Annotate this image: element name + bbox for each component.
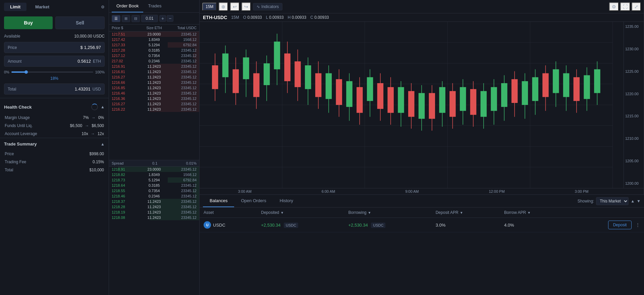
deposit-apr-value: 3.0% xyxy=(436,223,446,228)
trade-mode-row: Limit Market ⚙ xyxy=(0,0,109,14)
svg-rect-61 xyxy=(460,87,466,111)
trade-summary-total-row: Total $10,000 xyxy=(0,166,109,174)
price-label: Price xyxy=(8,45,17,50)
redo-icon[interactable]: ↪ xyxy=(241,2,251,11)
svg-rect-63 xyxy=(470,89,476,115)
amount-suffix: ETH xyxy=(93,59,101,64)
slider-fill xyxy=(11,71,26,73)
crosshair-icon[interactable]: ⊕ xyxy=(219,2,228,11)
svg-rect-29 xyxy=(294,61,301,87)
ob-bid-row[interactable]: 1218.73 5.1294 6792.84 xyxy=(109,177,199,183)
slider-track[interactable] xyxy=(11,71,93,73)
svg-rect-65 xyxy=(481,91,487,117)
bottom-tab-open-orders[interactable]: Open Orders xyxy=(234,195,273,207)
ob-header: Price $ Size ETH Total USDC xyxy=(109,24,199,32)
svg-rect-83 xyxy=(574,77,580,101)
ob-ask-row[interactable]: 1216.85 11.2423 23345.12 xyxy=(109,85,199,91)
ob-ask-row[interactable]: 1217.12 0.7354 23345.12 xyxy=(109,53,199,58)
ob-plus-btn[interactable]: + xyxy=(159,15,166,22)
deposit-button[interactable]: Deposit xyxy=(608,221,632,229)
indicators-button[interactable]: ∿ Indicators xyxy=(253,3,282,10)
ts-total-value: $10,000 xyxy=(90,168,104,172)
sell-button[interactable]: Sell xyxy=(55,16,105,29)
health-collapse-icon[interactable]: ▲ xyxy=(101,105,105,109)
ob-bid-row[interactable]: 1218.37 11.2423 23345.12 xyxy=(109,199,199,204)
col-header-borrow-apr[interactable]: Borrow APR▼ xyxy=(500,208,567,218)
undo-icon[interactable]: ↩ xyxy=(230,2,239,11)
deposited-value: +2,530.34 xyxy=(261,223,280,228)
ob-ask-row[interactable]: 1217.51 23.0000 23345.12 xyxy=(109,32,199,37)
ob-layout-btn-3[interactable]: ⊟ xyxy=(131,15,140,22)
ob-bid-row[interactable]: 1218.28 11.2423 23345.12 xyxy=(109,204,199,210)
ob-bid-row[interactable]: 1218.19 11.2423 23345.12 xyxy=(109,210,199,215)
chart-panel: 15M ⊕ ↩ ↪ ∿ Indicators ⚙ ⛶ ⤢ ETH-USDC 15… xyxy=(200,0,644,194)
showing-select[interactable]: This Market xyxy=(596,197,629,205)
bottom-tab-balances[interactable]: Balances xyxy=(203,195,234,207)
more-options-icon[interactable]: ⋮ xyxy=(636,222,640,227)
svg-rect-57 xyxy=(439,87,445,113)
svg-rect-67 xyxy=(491,87,497,111)
svg-rect-41 xyxy=(357,87,363,113)
ob-bid-row[interactable]: 1218.64 0.3185 23345.12 xyxy=(109,183,199,188)
ob-ask-row[interactable]: 1216.27 11.2423 23345.12 xyxy=(109,74,199,80)
ob-bid-row[interactable]: 1218.08 11.2423 23345.12 xyxy=(109,215,199,220)
svg-rect-75 xyxy=(532,77,538,101)
ob-ask-row[interactable]: 217.02 0.2346 23345.12 xyxy=(109,58,199,64)
slider-thumb[interactable] xyxy=(24,70,28,74)
ob-bid-row[interactable]: 1218.82 1.8349 1568.12 xyxy=(109,172,199,177)
sort-icon: ▼ xyxy=(280,211,284,215)
total-suffix: USD xyxy=(93,87,101,92)
margin-usage-value: 7% → 0% xyxy=(83,115,104,120)
limit-tab[interactable]: Limit xyxy=(4,3,26,11)
trade-summary-header[interactable]: Trade Summary ▲ xyxy=(0,138,109,150)
settings-chart-icon[interactable]: ⚙ xyxy=(609,2,619,11)
showing-chevron-down[interactable]: ▼ xyxy=(637,199,641,203)
ob-size-input[interactable] xyxy=(141,15,158,22)
ob-bid-row[interactable]: 1218.46 0.2346 23345.12 xyxy=(109,193,199,199)
ob-tab-orderbook[interactable]: Order Book xyxy=(112,0,143,12)
market-tab[interactable]: Market xyxy=(29,3,55,11)
ts-price-label: Price xyxy=(5,152,14,156)
ob-ask-row[interactable]: 1216.91 11.2423 23345.12 xyxy=(109,64,199,69)
ob-minus-btn[interactable]: − xyxy=(167,15,173,22)
ob-ask-row[interactable]: 1216.66 11.2423 23345.12 xyxy=(109,80,199,85)
ob-ask-row[interactable]: 1217.28 0.3185 23345.12 xyxy=(109,48,199,53)
chart-toolbar: 15M ⊕ ↩ ↪ ∿ Indicators ⚙ ⛶ ⤢ xyxy=(200,0,644,13)
ob-tab-trades[interactable]: Trades xyxy=(143,0,166,12)
col-header-deposit-apr[interactable]: Deposit APR▼ xyxy=(432,208,500,218)
margin-usage-label: Margin Usage xyxy=(5,115,30,120)
borrow-apr-cell: 4.0% xyxy=(500,218,567,232)
ob-spread: Spread 0.1 0.01% xyxy=(109,160,199,167)
fullscreen-icon[interactable]: ⛶ xyxy=(620,2,630,11)
ob-ask-row[interactable]: 1217.33 5.1294 6792.84 xyxy=(109,42,199,48)
price-input-box[interactable]: Price $ 1,256.97 xyxy=(4,42,105,53)
ts-fee-label: Trading Fee xyxy=(5,160,26,164)
showing-chevron-up[interactable]: ▲ xyxy=(631,199,635,203)
trade-summary-title: Trade Summary xyxy=(4,141,37,146)
ob-bid-row[interactable]: 1218.55 0.7354 23345.12 xyxy=(109,188,199,193)
ob-ask-row[interactable]: 1216.22 11.2423 23345.12 xyxy=(109,107,199,112)
col-header-deposited[interactable]: Deposited▼ xyxy=(257,208,344,218)
col-header-borrowing[interactable]: Borrowing▼ xyxy=(344,208,431,218)
asset-name: USDC xyxy=(213,223,225,228)
ob-ask-row[interactable]: 1216.36 11.2423 23345.12 xyxy=(109,96,199,101)
buy-button[interactable]: Buy xyxy=(4,16,53,29)
ob-layout-btn-2[interactable]: ⊞ xyxy=(122,15,130,22)
deposit-apr-cell: 3.0% xyxy=(432,218,500,232)
svg-rect-87 xyxy=(594,69,600,93)
settings-icon[interactable]: ⚙ xyxy=(101,5,105,9)
ob-ask-row[interactable]: 1216.81 11.2423 23345.12 xyxy=(109,69,199,74)
health-check-header[interactable]: Health Check ▲ xyxy=(0,100,109,114)
funds-liq-row: Funds Until Liq. $6,500 → $6,500 xyxy=(0,122,109,130)
ob-ask-row[interactable]: 1216.27 11.2423 23345.12 xyxy=(109,101,199,107)
trade-summary-collapse-icon[interactable]: ▲ xyxy=(101,142,105,146)
ob-ask-row[interactable]: 1216.46 11.2423 23345.12 xyxy=(109,91,199,96)
timeframe-button[interactable]: 15M xyxy=(202,3,217,11)
bottom-tab-history[interactable]: History xyxy=(273,195,300,207)
expand-icon[interactable]: ⤢ xyxy=(632,2,641,11)
ob-ask-row[interactable]: 1217.42 1.8349 1568.12 xyxy=(109,37,199,42)
amount-input-box[interactable]: Amount 0.5612 ETH xyxy=(4,56,105,67)
total-input-box[interactable]: Total 1.43201 USD xyxy=(4,83,105,95)
ob-layout-btn-1[interactable]: ☰ xyxy=(112,15,120,22)
ob-bid-row[interactable]: 1218.91 23.0000 23345.12 xyxy=(109,167,199,172)
